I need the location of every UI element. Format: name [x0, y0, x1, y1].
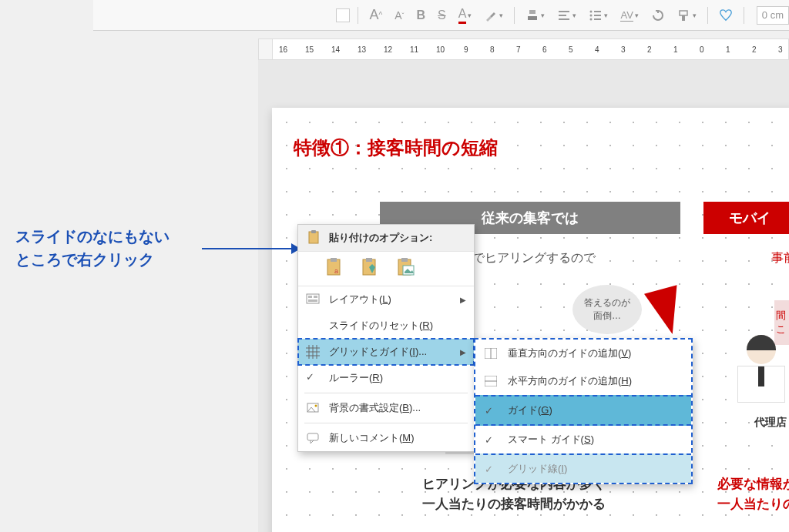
list-icon [589, 8, 603, 22]
strikethrough-button[interactable]: S [435, 7, 449, 24]
submenu-grid-lines[interactable]: ✓ グリッド線(I) [475, 453, 691, 483]
submenu-smart-guide[interactable]: ✓ スマート ガイド(S) [475, 426, 691, 453]
text-align-icon [557, 8, 571, 22]
color-picker[interactable] [336, 8, 350, 22]
align-icon [525, 8, 539, 22]
bold-button[interactable]: B [414, 7, 429, 24]
format-painter-icon [677, 8, 691, 22]
svg-rect-1 [528, 16, 537, 20]
red-text-1: 事前 [771, 250, 789, 266]
menu-separator [304, 423, 468, 423]
ruler-scale: 16 15 14 13 12 11 10 9 8 7 6 5 4 3 2 1 0… [273, 39, 788, 59]
comment-icon [306, 431, 320, 445]
context-menu: 貼り付けのオプション: a レイアウト(L) ▶ スライドのリセット(R) グリ… [297, 224, 475, 452]
ruler-edge [259, 39, 273, 59]
red-header: モバイ [703, 202, 789, 234]
rotate-icon [651, 8, 665, 22]
svg-rect-24 [308, 296, 312, 298]
svg-rect-25 [314, 296, 317, 298]
increase-font-button[interactable]: A^ [366, 5, 385, 25]
bottom-red-text: 必要な情報が 一人当たりの [717, 474, 789, 514]
highlight-button[interactable]: ▾ [481, 7, 506, 24]
svg-text:a: a [334, 267, 338, 275]
text-align-button[interactable]: ▾ [554, 7, 579, 24]
paste-picture-button[interactable] [397, 256, 418, 278]
horizontal-guide-icon [485, 376, 497, 386]
paste-options-row: a [298, 252, 474, 286]
grid-guides-submenu: 垂直方向のガイドの追加(V) 水平方向のガイドの追加(H) ✓ ガイド(G) ✓… [474, 338, 693, 484]
menu-format-background[interactable]: 背景の書式設定(B)... [298, 395, 474, 421]
decrease-font-button[interactable]: Aˇ [391, 8, 407, 23]
formatting-toolbar: A^ Aˇ B S A▾ ▾ ▾ ▾ ▾ AV▾ ▾ 0 cm [93, 0, 789, 31]
separator [358, 7, 358, 24]
separator [744, 7, 744, 24]
svg-rect-0 [529, 10, 536, 14]
submenu-add-horizontal-guide[interactable]: 水平方向のガイドの追加(H) [475, 367, 691, 395]
annotation-text: スライドのなにもない ところで右クリック [15, 225, 170, 271]
menu-reset-slide[interactable]: スライドのリセット(R) [298, 313, 474, 339]
align-button[interactable]: ▾ [522, 7, 548, 24]
font-color-button[interactable]: A▾ [455, 5, 475, 25]
menu-separator [304, 393, 468, 393]
submenu-guide[interactable]: ✓ ガイド(G) [475, 395, 691, 426]
svg-point-5 [590, 10, 593, 12]
svg-rect-16 [331, 258, 337, 262]
separator [514, 7, 515, 24]
checkmark-icon: ✓ [306, 371, 320, 385]
annotation-arrow-line [202, 248, 294, 249]
checkmark-icon: ✓ [485, 463, 497, 474]
submenu-add-vertical-guide[interactable]: 垂直方向のガイドの追加(V) [475, 340, 691, 367]
clipboard-icon [306, 229, 321, 245]
text-direction-button[interactable] [648, 7, 668, 24]
vertical-guide-icon [485, 348, 497, 359]
heart-shape-icon [719, 8, 733, 22]
checkmark-icon: ✓ [485, 434, 497, 445]
char-spacing-button[interactable]: AV▾ [617, 8, 641, 23]
paste-dest-theme-button[interactable]: a [326, 256, 347, 278]
submenu-arrow-icon: ▶ [460, 296, 466, 304]
separator [707, 7, 708, 24]
grid-icon [306, 345, 320, 359]
svg-rect-13 [309, 232, 318, 243]
svg-point-7 [590, 18, 593, 20]
checkmark-icon: ✓ [485, 405, 497, 416]
shape-tool-button[interactable] [716, 7, 736, 24]
svg-rect-35 [307, 433, 318, 440]
menu-grid-and-guides[interactable]: グリッドとガイド(I)... ▶ [298, 339, 474, 365]
menu-layout[interactable]: レイアウト(L) ▶ [298, 286, 474, 313]
svg-rect-33 [307, 403, 318, 412]
svg-rect-26 [308, 299, 317, 302]
format-bg-icon [306, 401, 320, 415]
menu-new-comment[interactable]: 新しいコメント(M) [298, 425, 474, 451]
svg-rect-12 [682, 15, 685, 21]
submenu-arrow-icon: ▶ [460, 348, 466, 356]
svg-rect-23 [307, 294, 319, 303]
slide-title: 特徴①：接客時間の短縮 [294, 136, 498, 160]
svg-point-34 [315, 405, 317, 407]
person-label: 代理店 [754, 416, 787, 430]
layout-icon [306, 293, 320, 306]
svg-rect-21 [401, 258, 408, 262]
paste-options-header: 貼り付けのオプション: [298, 225, 474, 252]
svg-rect-14 [311, 230, 316, 233]
speech-bubble: 答えるのが 面倒… [572, 285, 642, 334]
paste-keep-format-button[interactable] [361, 256, 383, 278]
horizontal-ruler[interactable]: 16 15 14 13 12 11 10 9 8 7 6 5 4 3 2 1 0… [258, 38, 789, 60]
list-button[interactable]: ▾ [586, 7, 611, 24]
format-painter-button[interactable]: ▾ [674, 7, 700, 24]
person-illustration [737, 335, 785, 404]
indent-value-input[interactable]: 0 cm [757, 6, 789, 25]
red-triangle-shape [644, 285, 689, 338]
svg-rect-19 [366, 258, 372, 262]
svg-rect-11 [680, 11, 687, 15]
highlight-icon [484, 8, 498, 22]
hearing-text: でヒアリングするので [472, 250, 596, 266]
menu-ruler[interactable]: ✓ ルーラー(R) [298, 365, 474, 391]
svg-point-6 [590, 14, 593, 16]
